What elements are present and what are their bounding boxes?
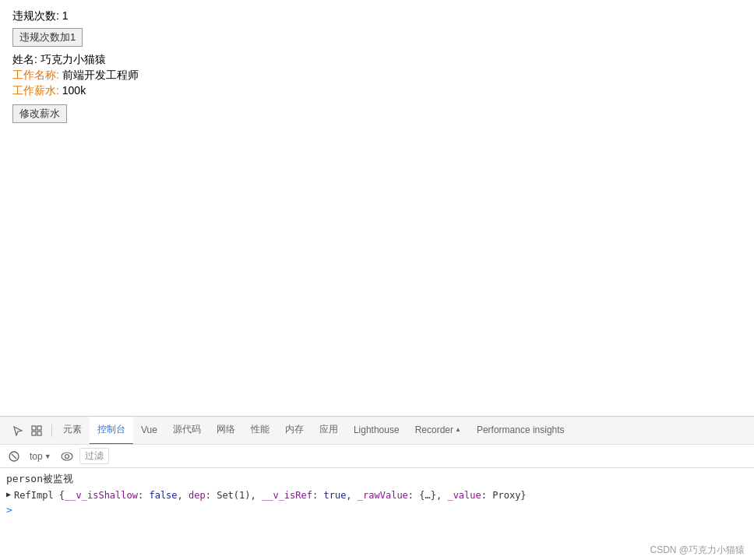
svg-rect-0	[32, 426, 36, 430]
svg-rect-2	[32, 431, 36, 435]
console-toolbar: top ▼ 过滤	[0, 445, 754, 468]
svg-point-7	[65, 454, 69, 458]
filter-label: 过滤	[79, 448, 109, 464]
tab-console[interactable]: 控制台	[90, 417, 133, 445]
job-title-value: 前端开发工程师	[62, 69, 139, 81]
main-content: 违规次数: 1 违规次数加1 姓名: 巧克力小猫猿 工作名称: 前端开发工程师 …	[0, 0, 754, 420]
tab-memory[interactable]: 内存	[277, 417, 312, 445]
clear-console-button[interactable]	[6, 449, 22, 464]
watermark: CSDN @巧克力小猫猿	[650, 544, 745, 557]
salary-value: 100k	[62, 84, 86, 97]
tab-elements[interactable]: 元素	[55, 417, 90, 445]
job-title-line: 工作名称: 前端开发工程师	[12, 69, 742, 83]
context-selector[interactable]: top ▼	[26, 450, 55, 463]
devtools-tabs-bar: 元素 控制台 Vue 源代码 网络 性能 内存 应用 Lighthouse Re…	[0, 417, 754, 445]
console-prompt[interactable]: >	[6, 502, 748, 517]
svg-rect-3	[37, 431, 41, 435]
name-line: 姓名: 巧克力小猫猿	[12, 53, 742, 67]
tab-sources[interactable]: 源代码	[165, 417, 209, 445]
context-value: top	[30, 451, 43, 462]
console-log-person: person被监视	[6, 471, 748, 487]
tab-performance-insights[interactable]: Performance insights	[469, 417, 573, 445]
tab-lighthouse[interactable]: Lighthouse	[346, 417, 407, 445]
tab-vue[interactable]: Vue	[133, 417, 165, 445]
add-violation-button[interactable]: 违规次数加1	[12, 28, 83, 47]
tab-recorder[interactable]: Recorder ▲	[407, 417, 469, 445]
devtools-panel: 元素 控制台 Vue 源代码 网络 性能 内存 应用 Lighthouse Re…	[0, 416, 754, 560]
refimpl-class: RefImpl	[14, 490, 59, 501]
modify-salary-button[interactable]: 修改薪水	[12, 104, 67, 123]
console-output-area: person被监视 ▶ RefImpl {__v_isShallow: fals…	[0, 468, 754, 560]
salary-prefix: 工作薪水:	[12, 84, 62, 97]
tab-performance[interactable]: 性能	[243, 417, 277, 445]
cursor-icon[interactable]	[9, 422, 26, 439]
tab-application[interactable]: 应用	[312, 417, 346, 445]
recorder-triangle-icon: ▲	[455, 426, 461, 433]
refimpl-text: RefImpl {__v_isShallow: false, dep: Set(…	[14, 490, 527, 501]
svg-point-6	[62, 453, 72, 460]
devtools-icon-group	[6, 422, 48, 439]
svg-rect-1	[37, 426, 41, 430]
expand-triangle-icon[interactable]: ▶	[6, 490, 11, 498]
job-title-prefix: 工作名称:	[12, 69, 62, 81]
violation-count: 违规次数: 1	[12, 9, 742, 23]
inspect-icon[interactable]	[28, 422, 45, 439]
context-chevron-icon: ▼	[44, 453, 51, 460]
eye-icon[interactable]	[59, 449, 75, 464]
svg-line-5	[12, 454, 16, 459]
tab-network[interactable]: 网络	[209, 417, 243, 445]
recorder-badge: Recorder ▲	[415, 424, 461, 435]
salary-line: 工作薪水: 100k	[12, 84, 742, 98]
tab-separator	[51, 424, 52, 437]
console-object-refimpl: ▶ RefImpl {__v_isShallow: false, dep: Se…	[6, 488, 748, 502]
